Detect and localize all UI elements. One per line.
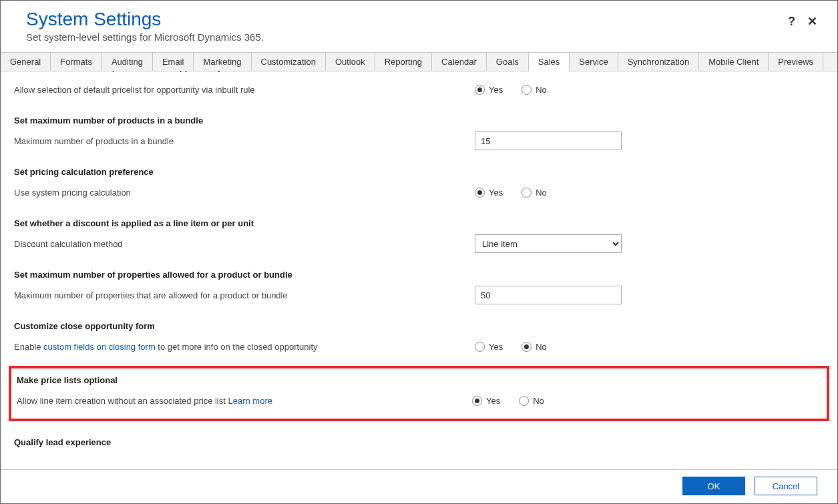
radio-icon: [519, 396, 529, 406]
system-settings-dialog: System Settings Set system-level setting…: [0, 0, 838, 504]
row-discount: Discount calculation method Line item: [14, 234, 824, 254]
tab-email[interactable]: Email: [153, 53, 194, 71]
cancel-button[interactable]: Cancel: [755, 477, 817, 495]
tab-formats[interactable]: Formats: [51, 53, 102, 71]
label-max-bundle: Maximum number of products in a bundle: [14, 136, 475, 146]
radio-label: Yes: [489, 342, 503, 352]
radio-label: No: [536, 85, 547, 95]
row-max-bundle: Maximum number of products in a bundle: [14, 131, 824, 151]
tab-reporting[interactable]: Reporting: [375, 53, 432, 71]
radio-default-pricelist-no[interactable]: No: [521, 85, 547, 95]
section-discount-heading: Set whether a discount is applied as a l…: [14, 218, 824, 228]
help-icon[interactable]: ?: [788, 15, 795, 27]
radio-label: No: [536, 188, 547, 198]
tab-outlook[interactable]: Outlook: [326, 53, 375, 71]
radio-price-lists-no[interactable]: No: [519, 396, 544, 406]
radio-pricing-pref-no[interactable]: No: [521, 188, 547, 198]
radio-icon: [475, 188, 485, 198]
header-icons: ? ✕: [788, 15, 817, 27]
radio-label: Yes: [489, 188, 503, 198]
link-learn-more-price-lists[interactable]: Learn more: [228, 396, 272, 406]
radio-icon: [521, 85, 532, 95]
row-pricing-pref: Use system pricing calculation Yes No: [14, 182, 824, 202]
content-scroll-area[interactable]: Set whether the default pricelist for an…: [1, 71, 837, 469]
section-close-opp-heading: Customize close opportunity form: [14, 321, 824, 331]
highlight-price-lists-optional: Make price lists optional Allow line ite…: [9, 366, 829, 421]
radio-label: No: [536, 342, 547, 352]
tab-auditing[interactable]: Auditing: [102, 53, 153, 71]
tab-previews[interactable]: Previews: [769, 53, 823, 71]
scroll-filler: [14, 453, 824, 469]
control-default-pricelist: Yes No: [475, 85, 547, 95]
tab-sales[interactable]: Sales: [529, 53, 570, 71]
row-close-opp: Enable custom fields on closing form to …: [14, 336, 824, 356]
radio-price-lists-yes[interactable]: Yes: [472, 396, 500, 406]
row-default-pricelist: Allow selection of default pricelist for…: [14, 79, 824, 99]
section-max-props-heading: Set maximum number of properties allowed…: [14, 270, 824, 280]
radio-icon: [472, 396, 482, 406]
link-custom-fields-closing-form[interactable]: custom fields on closing form: [43, 342, 156, 352]
radio-icon: [475, 342, 485, 352]
ok-button[interactable]: OK: [682, 477, 745, 495]
radio-icon: [475, 85, 485, 95]
label-pricing-pref: Use system pricing calculation: [14, 188, 475, 198]
radio-close-opp-yes[interactable]: Yes: [475, 342, 503, 352]
label-price-lists: Allow line item creation without an asso…: [17, 396, 472, 406]
tab-marketing[interactable]: Marketing: [194, 53, 251, 71]
radio-close-opp-no[interactable]: No: [521, 342, 547, 352]
text-suffix: to get more info on the closed opportuni…: [156, 342, 318, 352]
close-icon[interactable]: ✕: [807, 15, 817, 27]
label-max-props: Maximum number of properties that are al…: [14, 290, 475, 300]
tab-calendar[interactable]: Calendar: [432, 53, 487, 71]
section-default-pricelist-heading: Set whether the default pricelist for an…: [14, 71, 824, 74]
row-max-props: Maximum number of properties that are al…: [14, 285, 824, 305]
text-prefix: Allow line item creation without an asso…: [17, 396, 228, 406]
radio-label: Yes: [486, 396, 500, 406]
tab-customization[interactable]: Customization: [252, 53, 326, 71]
row-price-lists: Allow line item creation without an asso…: [17, 391, 821, 411]
tab-service[interactable]: Service: [570, 53, 618, 71]
radio-label: No: [533, 396, 544, 406]
radio-pricing-pref-yes[interactable]: Yes: [475, 188, 503, 198]
dialog-subtitle: Set system-level settings for Microsoft …: [26, 31, 821, 43]
input-max-props[interactable]: [475, 286, 622, 304]
dialog-title: System Settings: [26, 9, 821, 30]
dialog-header: System Settings Set system-level setting…: [1, 1, 837, 52]
radio-label: Yes: [489, 85, 503, 95]
sales-settings-content: Set whether the default pricelist for an…: [1, 71, 837, 469]
label-close-opp: Enable custom fields on closing form to …: [14, 342, 475, 352]
input-max-bundle[interactable]: [475, 132, 622, 150]
tab-goals[interactable]: Goals: [487, 53, 529, 71]
tab-general[interactable]: General: [1, 53, 51, 71]
tab-synchronization[interactable]: Synchronization: [618, 53, 700, 71]
select-discount-method[interactable]: Line item: [475, 234, 622, 253]
label-discount: Discount calculation method: [14, 239, 475, 249]
dialog-footer: OK Cancel: [1, 469, 837, 503]
section-max-bundle-heading: Set maximum number of products in a bund…: [14, 115, 824, 125]
label-default-pricelist: Allow selection of default pricelist for…: [14, 85, 475, 95]
section-pricing-pref-heading: Set pricing calculation preference: [14, 167, 824, 177]
text-prefix: Enable: [14, 342, 43, 352]
section-qualify-lead-heading: Qualify lead experience: [14, 437, 824, 447]
radio-default-pricelist-yes[interactable]: Yes: [475, 85, 503, 95]
radio-icon: [521, 342, 532, 352]
section-price-lists-heading: Make price lists optional: [17, 375, 821, 385]
radio-icon: [521, 188, 532, 198]
tab-mobile-client[interactable]: Mobile Client: [699, 53, 769, 71]
tab-bar: General Formats Auditing Email Marketing…: [1, 52, 837, 71]
